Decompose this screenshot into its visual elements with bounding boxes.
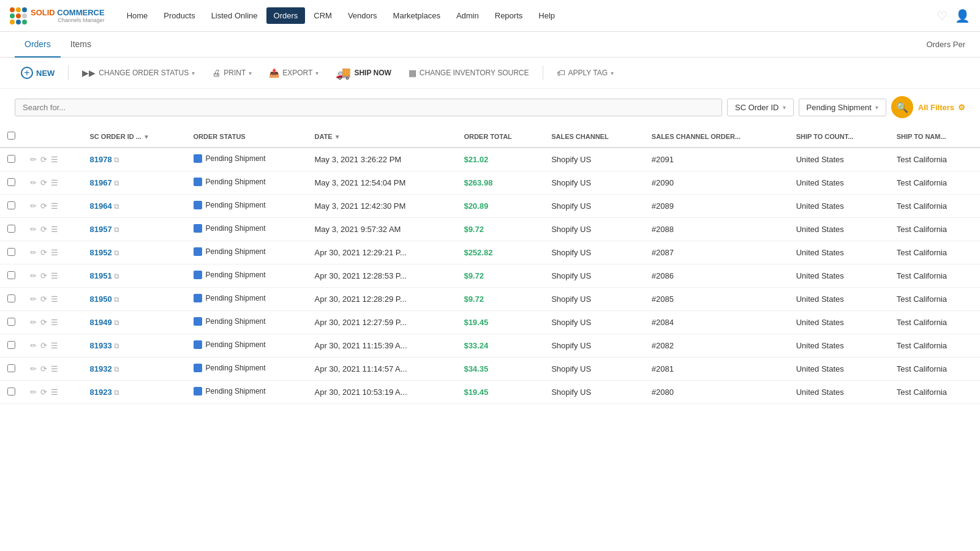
search-input-wrap[interactable] (15, 99, 722, 116)
col-sales-channel[interactable]: SALES CHANNEL (544, 126, 644, 148)
order-id-link[interactable]: 81932 (90, 364, 112, 373)
history-icon[interactable]: ⟳ (40, 318, 47, 327)
list-icon[interactable]: ☰ (51, 178, 58, 187)
edit-icon[interactable]: ✏ (30, 318, 37, 327)
row-checkbox[interactable] (7, 201, 15, 209)
order-id-link[interactable]: 81949 (90, 318, 112, 327)
print-button[interactable]: 🖨 PRINT ▾ (206, 65, 258, 81)
new-button[interactable]: + NEW (15, 64, 61, 82)
order-id-link[interactable]: 81957 (90, 225, 112, 234)
edit-icon[interactable]: ✏ (30, 201, 37, 211)
edit-icon[interactable]: ✏ (30, 178, 37, 187)
change-inventory-button[interactable]: ▦ CHANGE INVENTORY SOURCE (402, 65, 535, 81)
history-icon[interactable]: ⟳ (40, 155, 47, 164)
order-id-link[interactable]: 81967 (90, 178, 112, 187)
copy-icon[interactable]: ⧉ (114, 295, 119, 304)
row-checkbox[interactable] (7, 271, 15, 279)
edit-icon[interactable]: ✏ (30, 341, 37, 350)
copy-icon[interactable]: ⧉ (114, 272, 119, 280)
order-id-link[interactable]: 81950 (90, 294, 112, 304)
nav-crm[interactable]: CRM (306, 7, 339, 24)
list-icon[interactable]: ☰ (51, 201, 58, 211)
row-checkbox[interactable] (7, 225, 15, 233)
nav-marketplaces[interactable]: Marketplaces (386, 7, 448, 24)
order-id-link[interactable]: 81933 (90, 341, 112, 350)
list-icon[interactable]: ☰ (51, 388, 58, 397)
col-sc-order-id[interactable]: SC ORDER ID ... ▼ (83, 126, 186, 148)
list-icon[interactable]: ☰ (51, 271, 58, 280)
nav-vendors[interactable]: Vendors (341, 7, 385, 24)
row-checkbox[interactable] (7, 388, 15, 395)
nav-admin[interactable]: Admin (449, 7, 486, 24)
col-ship-country[interactable]: SHIP TO COUNT... (789, 126, 889, 148)
history-icon[interactable]: ⟳ (40, 341, 47, 350)
edit-icon[interactable]: ✏ (30, 225, 37, 234)
copy-icon[interactable]: ⧉ (114, 342, 119, 350)
tab-items[interactable]: Items (61, 32, 101, 58)
search-button[interactable]: 🔍 (891, 96, 913, 118)
col-date[interactable]: DATE ▼ (307, 126, 457, 148)
copy-icon[interactable]: ⧉ (114, 318, 119, 327)
row-checkbox[interactable] (7, 318, 15, 326)
history-icon[interactable]: ⟳ (40, 294, 47, 304)
copy-icon[interactable]: ⧉ (114, 388, 119, 397)
copy-icon[interactable]: ⧉ (114, 365, 119, 373)
list-icon[interactable]: ☰ (51, 155, 58, 164)
change-order-status-button[interactable]: ▶▶ CHANGE ORDER STATUS ▾ (76, 65, 201, 81)
row-checkbox[interactable] (7, 341, 15, 349)
edit-icon[interactable]: ✏ (30, 388, 37, 397)
copy-icon[interactable]: ⧉ (114, 156, 119, 164)
nav-reports[interactable]: Reports (488, 7, 530, 24)
export-button[interactable]: 📤 EXPORT ▾ (263, 65, 325, 81)
row-checkbox[interactable] (7, 155, 15, 163)
all-filters-button[interactable]: All Filters ⚙ (918, 103, 965, 112)
order-id-link[interactable]: 81923 (90, 388, 112, 397)
list-icon[interactable]: ☰ (51, 225, 58, 234)
edit-icon[interactable]: ✏ (30, 364, 37, 373)
list-icon[interactable]: ☰ (51, 341, 58, 350)
row-checkbox[interactable] (7, 364, 15, 372)
list-icon[interactable]: ☰ (51, 248, 58, 257)
copy-icon[interactable]: ⧉ (114, 249, 119, 257)
edit-icon[interactable]: ✏ (30, 294, 37, 304)
copy-icon[interactable]: ⧉ (114, 225, 119, 234)
order-id-link[interactable]: 81964 (90, 201, 112, 211)
edit-icon[interactable]: ✏ (30, 155, 37, 164)
row-checkbox[interactable] (7, 248, 15, 256)
search-input[interactable] (23, 103, 714, 112)
edit-icon[interactable]: ✏ (30, 248, 37, 257)
tab-orders[interactable]: Orders (15, 32, 61, 58)
nav-home[interactable]: Home (119, 7, 156, 24)
nav-help[interactable]: Help (531, 7, 562, 24)
list-icon[interactable]: ☰ (51, 318, 58, 327)
order-id-filter[interactable]: SC Order ID ▾ (727, 99, 794, 116)
history-icon[interactable]: ⟳ (40, 388, 47, 397)
history-icon[interactable]: ⟳ (40, 248, 47, 257)
history-icon[interactable]: ⟳ (40, 201, 47, 211)
nav-orders[interactable]: Orders (266, 7, 306, 24)
nav-products[interactable]: Products (156, 7, 202, 24)
list-icon[interactable]: ☰ (51, 294, 58, 304)
order-id-link[interactable]: 81952 (90, 248, 112, 257)
history-icon[interactable]: ⟳ (40, 364, 47, 373)
order-id-link[interactable]: 81951 (90, 271, 112, 280)
apply-tag-button[interactable]: 🏷 APPLY TAG ▾ (551, 65, 620, 81)
row-checkbox[interactable] (7, 178, 15, 186)
col-order-status[interactable]: ORDER STATUS (186, 126, 307, 148)
col-ship-name[interactable]: SHIP TO NAM... (889, 126, 980, 148)
history-icon[interactable]: ⟳ (40, 271, 47, 280)
col-sales-channel-order[interactable]: SALES CHANNEL ORDER... (644, 126, 789, 148)
history-icon[interactable]: ⟳ (40, 178, 47, 187)
row-checkbox[interactable] (7, 294, 15, 302)
favorites-icon[interactable]: ♡ (937, 9, 948, 23)
user-icon[interactable]: 👤 (955, 9, 970, 23)
list-icon[interactable]: ☰ (51, 364, 58, 373)
copy-icon[interactable]: ⧉ (114, 202, 119, 211)
history-icon[interactable]: ⟳ (40, 225, 47, 234)
ship-now-button[interactable]: 🚚 SHIP NOW (330, 62, 397, 83)
order-id-link[interactable]: 81978 (90, 155, 112, 164)
nav-listed-online[interactable]: Listed Online (204, 7, 265, 24)
col-order-total[interactable]: ORDER TOTAL (456, 126, 544, 148)
edit-icon[interactable]: ✏ (30, 271, 37, 280)
status-filter[interactable]: Pending Shipment ▾ (799, 99, 886, 116)
